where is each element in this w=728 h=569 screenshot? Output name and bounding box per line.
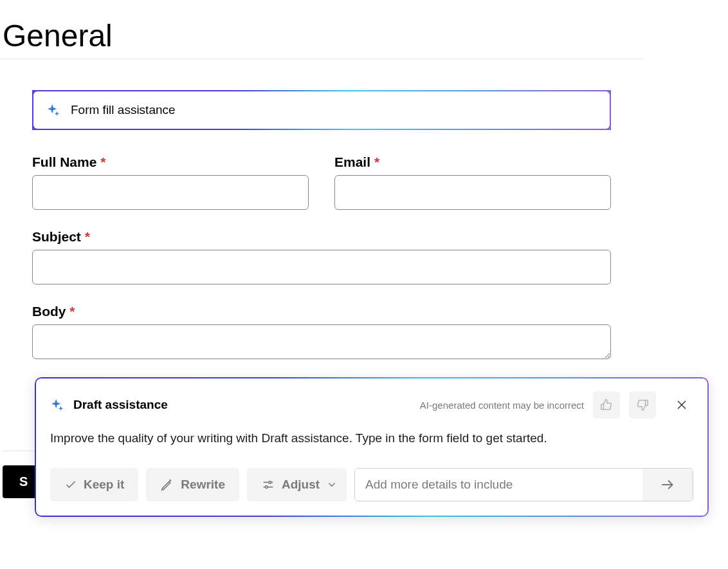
draft-header: Draft assistance AI-generated content ma… bbox=[50, 391, 693, 418]
full-name-input[interactable] bbox=[32, 175, 309, 210]
ai-warning-text: AI-generated content may be incorrect bbox=[420, 400, 584, 411]
keep-it-button[interactable]: Keep it bbox=[50, 468, 138, 501]
draft-description: Improve the quality of your writing with… bbox=[50, 430, 693, 447]
send-button[interactable] bbox=[642, 469, 693, 501]
sparkle-icon bbox=[50, 398, 64, 412]
body-textarea[interactable] bbox=[32, 324, 611, 359]
required-mark: * bbox=[85, 229, 90, 244]
thumbs-down-icon bbox=[635, 398, 650, 412]
required-mark: * bbox=[100, 154, 105, 169]
form-fill-assistance-banner[interactable]: Form fill assistance bbox=[32, 90, 611, 130]
sparkle-icon bbox=[46, 103, 60, 117]
thumbs-up-button[interactable] bbox=[593, 391, 620, 418]
thumbs-up-icon bbox=[599, 398, 614, 412]
svg-point-3 bbox=[269, 481, 271, 483]
full-name-field: Full Name * bbox=[32, 154, 309, 210]
body-field: Body * bbox=[32, 304, 611, 359]
draft-actions: Keep it Rewrite Adjust bbox=[50, 468, 693, 501]
draft-title: Draft assistance bbox=[73, 398, 168, 412]
assist-banner-label: Form fill assistance bbox=[71, 103, 176, 117]
rewrite-label: Rewrite bbox=[181, 478, 225, 492]
form-container: Form fill assistance Full Name * Email *… bbox=[0, 59, 643, 359]
page-title: General bbox=[0, 0, 728, 59]
thumbs-down-button[interactable] bbox=[629, 391, 656, 418]
subject-input[interactable] bbox=[32, 250, 611, 284]
rewrite-button[interactable]: Rewrite bbox=[146, 468, 239, 501]
subject-label-text: Subject bbox=[32, 229, 81, 244]
email-field: Email * bbox=[334, 154, 611, 210]
svg-point-5 bbox=[265, 485, 268, 488]
check-icon bbox=[64, 478, 77, 491]
close-icon bbox=[676, 399, 687, 411]
sliders-icon bbox=[261, 478, 275, 492]
email-label-text: Email bbox=[334, 154, 370, 169]
subject-field: Subject * bbox=[32, 229, 611, 284]
required-mark: * bbox=[374, 154, 379, 169]
subject-label: Subject * bbox=[32, 229, 611, 245]
arrow-right-icon bbox=[659, 476, 676, 493]
full-name-label: Full Name * bbox=[32, 154, 309, 170]
details-input-wrap bbox=[354, 468, 693, 501]
draft-assistance-panel: Draft assistance AI-generated content ma… bbox=[35, 377, 709, 517]
adjust-label: Adjust bbox=[282, 478, 320, 492]
body-label: Body * bbox=[32, 304, 611, 319]
email-label: Email * bbox=[334, 154, 611, 170]
required-mark: * bbox=[69, 304, 75, 319]
keep-it-label: Keep it bbox=[84, 478, 124, 492]
email-input[interactable] bbox=[334, 175, 611, 210]
rewrite-icon bbox=[160, 478, 174, 492]
body-label-text: Body bbox=[32, 304, 66, 319]
full-name-label-text: Full Name bbox=[32, 154, 96, 169]
chevron-down-icon bbox=[326, 479, 338, 490]
close-button[interactable] bbox=[670, 393, 693, 416]
details-input[interactable] bbox=[355, 469, 642, 501]
adjust-button[interactable]: Adjust bbox=[247, 468, 347, 501]
